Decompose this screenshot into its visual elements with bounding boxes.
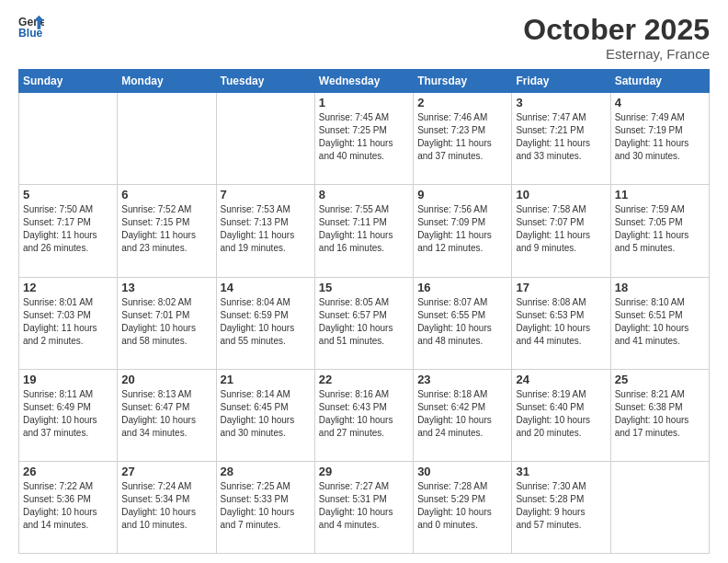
calendar-cell-4-1: 27Sunrise: 7:24 AMSunset: 5:34 PMDayligh… [118, 461, 216, 553]
calendar-cell-1-4: 9Sunrise: 7:56 AMSunset: 7:09 PMDaylight… [414, 185, 512, 277]
day-info: Sunrise: 7:45 AMSunset: 7:25 PMDaylight:… [319, 111, 409, 163]
logo: General Blue [18, 14, 44, 40]
day-info: Sunrise: 7:47 AMSunset: 7:21 PMDaylight:… [516, 111, 606, 163]
day-number: 19 [23, 373, 113, 386]
calendar-table: Sunday Monday Tuesday Wednesday Thursday… [18, 69, 710, 554]
day-number: 30 [417, 465, 507, 478]
day-number: 29 [319, 465, 409, 478]
day-info: Sunrise: 8:18 AMSunset: 6:42 PMDaylight:… [417, 388, 507, 440]
week-row-1: 1Sunrise: 7:45 AMSunset: 7:25 PMDaylight… [19, 93, 710, 185]
header: General Blue October 2025 Esternay, Fran… [18, 14, 710, 62]
day-number: 23 [417, 373, 507, 386]
week-row-4: 19Sunrise: 8:11 AMSunset: 6:49 PMDayligh… [19, 369, 710, 461]
day-number: 12 [23, 281, 113, 294]
calendar-cell-3-5: 24Sunrise: 8:19 AMSunset: 6:40 PMDayligh… [512, 369, 610, 461]
calendar-cell-4-2: 28Sunrise: 7:25 AMSunset: 5:33 PMDayligh… [216, 461, 314, 553]
day-info: Sunrise: 7:28 AMSunset: 5:29 PMDaylight:… [417, 480, 507, 532]
day-number: 28 [221, 465, 311, 478]
calendar-cell-2-4: 16Sunrise: 8:07 AMSunset: 6:55 PMDayligh… [414, 277, 512, 369]
day-info: Sunrise: 8:01 AMSunset: 7:03 PMDaylight:… [23, 296, 113, 348]
day-number: 10 [516, 188, 606, 201]
day-number: 17 [516, 281, 606, 294]
day-number: 6 [121, 188, 211, 201]
day-number: 14 [221, 281, 311, 294]
calendar-cell-4-4: 30Sunrise: 7:28 AMSunset: 5:29 PMDayligh… [414, 461, 512, 553]
calendar-cell-2-6: 18Sunrise: 8:10 AMSunset: 6:51 PMDayligh… [610, 277, 709, 369]
calendar-cell-4-6 [610, 461, 709, 553]
day-number: 9 [417, 188, 507, 201]
day-number: 24 [516, 373, 606, 386]
calendar-cell-0-3: 1Sunrise: 7:45 AMSunset: 7:25 PMDaylight… [314, 93, 413, 185]
calendar-cell-3-1: 20Sunrise: 8:13 AMSunset: 6:47 PMDayligh… [118, 369, 216, 461]
calendar-header-row: Sunday Monday Tuesday Wednesday Thursday… [19, 70, 710, 93]
calendar-cell-1-2: 7Sunrise: 7:53 AMSunset: 7:13 PMDaylight… [216, 185, 314, 277]
logo-icon: General Blue [18, 14, 44, 40]
day-number: 1 [319, 96, 409, 109]
day-info: Sunrise: 7:30 AMSunset: 5:28 PMDaylight:… [516, 480, 606, 532]
day-info: Sunrise: 7:24 AMSunset: 5:34 PMDaylight:… [121, 480, 211, 532]
day-info: Sunrise: 8:13 AMSunset: 6:47 PMDaylight:… [121, 388, 211, 440]
day-info: Sunrise: 7:50 AMSunset: 7:17 PMDaylight:… [23, 203, 113, 255]
day-info: Sunrise: 7:56 AMSunset: 7:09 PMDaylight:… [417, 203, 507, 255]
calendar-cell-1-0: 5Sunrise: 7:50 AMSunset: 7:17 PMDaylight… [19, 185, 118, 277]
calendar-cell-4-0: 26Sunrise: 7:22 AMSunset: 5:36 PMDayligh… [19, 461, 118, 553]
day-info: Sunrise: 8:11 AMSunset: 6:49 PMDaylight:… [23, 388, 113, 440]
day-number: 15 [319, 281, 409, 294]
day-info: Sunrise: 8:05 AMSunset: 6:57 PMDaylight:… [319, 296, 409, 348]
header-tuesday: Tuesday [216, 70, 314, 93]
calendar-cell-1-3: 8Sunrise: 7:55 AMSunset: 7:11 PMDaylight… [314, 185, 413, 277]
day-info: Sunrise: 8:19 AMSunset: 6:40 PMDaylight:… [516, 388, 606, 440]
day-info: Sunrise: 7:25 AMSunset: 5:33 PMDaylight:… [221, 480, 311, 532]
day-number: 7 [221, 188, 311, 201]
day-info: Sunrise: 7:55 AMSunset: 7:11 PMDaylight:… [319, 203, 409, 255]
day-info: Sunrise: 8:14 AMSunset: 6:45 PMDaylight:… [221, 388, 311, 440]
day-number: 31 [516, 465, 606, 478]
day-number: 20 [121, 373, 211, 386]
day-info: Sunrise: 8:21 AMSunset: 6:38 PMDaylight:… [615, 388, 705, 440]
calendar-cell-0-0 [19, 93, 118, 185]
calendar-cell-3-2: 21Sunrise: 8:14 AMSunset: 6:45 PMDayligh… [216, 369, 314, 461]
week-row-5: 26Sunrise: 7:22 AMSunset: 5:36 PMDayligh… [19, 461, 710, 553]
day-number: 18 [615, 281, 705, 294]
calendar-cell-1-5: 10Sunrise: 7:58 AMSunset: 7:07 PMDayligh… [512, 185, 610, 277]
calendar-cell-3-4: 23Sunrise: 8:18 AMSunset: 6:42 PMDayligh… [414, 369, 512, 461]
day-info: Sunrise: 7:49 AMSunset: 7:19 PMDaylight:… [615, 111, 705, 163]
header-wednesday: Wednesday [314, 70, 413, 93]
title-block: October 2025 Esternay, France [523, 14, 710, 62]
day-number: 8 [319, 188, 409, 201]
calendar-cell-1-1: 6Sunrise: 7:52 AMSunset: 7:15 PMDaylight… [118, 185, 216, 277]
day-number: 11 [615, 188, 705, 201]
calendar-cell-2-0: 12Sunrise: 8:01 AMSunset: 7:03 PMDayligh… [19, 277, 118, 369]
day-info: Sunrise: 7:59 AMSunset: 7:05 PMDaylight:… [615, 203, 705, 255]
calendar-cell-2-3: 15Sunrise: 8:05 AMSunset: 6:57 PMDayligh… [314, 277, 413, 369]
week-row-3: 12Sunrise: 8:01 AMSunset: 7:03 PMDayligh… [19, 277, 710, 369]
calendar-cell-2-2: 14Sunrise: 8:04 AMSunset: 6:59 PMDayligh… [216, 277, 314, 369]
day-number: 3 [516, 96, 606, 109]
day-info: Sunrise: 8:04 AMSunset: 6:59 PMDaylight:… [221, 296, 311, 348]
week-row-2: 5Sunrise: 7:50 AMSunset: 7:17 PMDaylight… [19, 185, 710, 277]
day-info: Sunrise: 7:22 AMSunset: 5:36 PMDaylight:… [23, 480, 113, 532]
page: General Blue October 2025 Esternay, Fran… [0, 0, 728, 563]
day-info: Sunrise: 7:58 AMSunset: 7:07 PMDaylight:… [516, 203, 606, 255]
calendar-cell-3-6: 25Sunrise: 8:21 AMSunset: 6:38 PMDayligh… [610, 369, 709, 461]
calendar-cell-2-1: 13Sunrise: 8:02 AMSunset: 7:01 PMDayligh… [118, 277, 216, 369]
location: Esternay, France [523, 46, 710, 62]
calendar-cell-4-5: 31Sunrise: 7:30 AMSunset: 5:28 PMDayligh… [512, 461, 610, 553]
day-info: Sunrise: 7:53 AMSunset: 7:13 PMDaylight:… [221, 203, 311, 255]
day-number: 13 [121, 281, 211, 294]
day-info: Sunrise: 7:27 AMSunset: 5:31 PMDaylight:… [319, 480, 409, 532]
calendar-cell-1-6: 11Sunrise: 7:59 AMSunset: 7:05 PMDayligh… [610, 185, 709, 277]
day-info: Sunrise: 8:16 AMSunset: 6:43 PMDaylight:… [319, 388, 409, 440]
calendar-cell-3-0: 19Sunrise: 8:11 AMSunset: 6:49 PMDayligh… [19, 369, 118, 461]
day-number: 21 [221, 373, 311, 386]
day-info: Sunrise: 8:02 AMSunset: 7:01 PMDaylight:… [121, 296, 211, 348]
calendar-cell-0-4: 2Sunrise: 7:46 AMSunset: 7:23 PMDaylight… [414, 93, 512, 185]
day-number: 5 [23, 188, 113, 201]
calendar-cell-0-5: 3Sunrise: 7:47 AMSunset: 7:21 PMDaylight… [512, 93, 610, 185]
day-info: Sunrise: 8:08 AMSunset: 6:53 PMDaylight:… [516, 296, 606, 348]
day-number: 4 [615, 96, 705, 109]
day-number: 27 [121, 465, 211, 478]
header-friday: Friday [512, 70, 610, 93]
month-title: October 2025 [523, 14, 710, 46]
day-number: 25 [615, 373, 705, 386]
